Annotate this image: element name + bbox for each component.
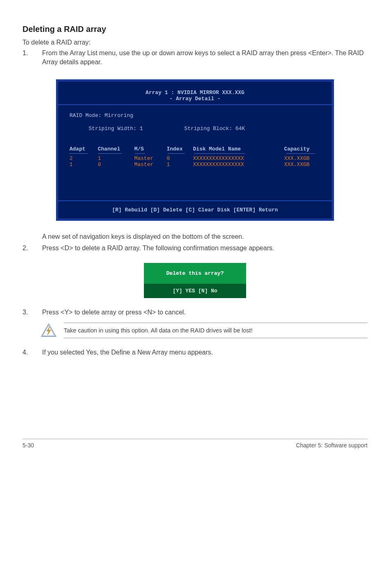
table-row: 1 0 Master 1 XXXXXXXXXXXXXXXX XXX.XXGB (69, 162, 321, 168)
col-channel: Channel (98, 146, 134, 152)
terminal-title-line1: Array 1 : NVIDIA MIRROR XXX.XXG (58, 90, 332, 96)
step-3-text: Press <Y> to delete array or press <N> t… (42, 308, 368, 317)
cell-ms: Master (134, 162, 166, 168)
striping-width: Striping Width: 1 (89, 126, 143, 132)
section-heading: Deleting a RAID array (22, 25, 368, 34)
confirm-dialog: Delete this array? [Y] YES [N] No (144, 263, 246, 298)
cell-channel: 1 (98, 155, 134, 162)
striping-block: Striping Block: 64K (184, 126, 245, 132)
col-ms: M/S (134, 146, 166, 152)
col-adapt: Adapt (69, 146, 98, 152)
terminal-footer: [R] Rebuild [D] Delete [C] Clear Disk [E… (58, 200, 332, 219)
cell-model: XXXXXXXXXXXXXXXX (193, 162, 284, 168)
navigation-note: A new set of navigation keys is displaye… (42, 232, 368, 241)
dialog-options: [Y] YES [N] No (144, 284, 246, 298)
step-2-text: Press <D> to delete a RAID array. The fo… (42, 244, 368, 253)
step-3-number: 3. (22, 308, 42, 317)
raid-mode-line: RAID Mode: Mirroring (69, 112, 321, 119)
cell-channel: 0 (98, 162, 134, 168)
dialog-question: Delete this array? (144, 263, 246, 284)
terminal-title: Array 1 : NVIDIA MIRROR XXX.XXG - Array … (58, 81, 332, 105)
step-2-number: 2. (22, 244, 42, 253)
lightning-warning-icon (41, 323, 56, 337)
cell-capacity: XXX.XXGB (284, 162, 321, 168)
table-row: 2 1 Master 0 XXXXXXXXXXXXXXXX XXX.XXGB (69, 155, 321, 162)
cell-capacity: XXX.XXGB (284, 155, 321, 162)
step-1: 1. From the Array List menu, use the up … (22, 49, 368, 67)
page-footer: 5-30 Chapter 5: Software support (22, 439, 368, 449)
terminal-body: RAID Mode: Mirroring Striping Width: 1 S… (58, 105, 332, 200)
step-4-text: If you selected Yes, the Define a New Ar… (42, 348, 368, 357)
step-1-number: 1. (22, 49, 42, 67)
col-index: Index (167, 146, 193, 152)
step-4-number: 4. (22, 348, 42, 357)
chapter-title: Chapter 5: Software support (296, 442, 368, 449)
page-number: 5-30 (22, 442, 34, 449)
cell-adapt: 2 (69, 155, 98, 162)
terminal-title-line2: - Array Detail - (58, 96, 332, 102)
col-capacity: Capacity (284, 146, 321, 152)
col-model: Disk Model Name (193, 146, 284, 152)
terminal-column-headers: Adapt Channel M/S Index Disk Model Name … (69, 146, 321, 152)
header-underline (69, 152, 321, 155)
cell-index: 1 (167, 162, 193, 168)
cell-model: XXXXXXXXXXXXXXXX (193, 155, 284, 162)
step-1-text: From the Array List menu, use the up or … (42, 49, 368, 67)
warning-note: Take caution in using this option. All d… (41, 323, 368, 338)
cell-adapt: 1 (69, 162, 98, 168)
terminal-panel: Array 1 : NVIDIA MIRROR XXX.XXG - Array … (56, 79, 334, 221)
cell-ms: Master (134, 155, 166, 162)
intro-text: To delete a RAID array: (22, 39, 368, 46)
striping-line: Striping Width: 1 Striping Block: 64K (69, 119, 321, 138)
cell-index: 0 (167, 155, 193, 162)
warning-text: Take caution in using this option. All d… (64, 323, 368, 338)
step-list: 1. From the Array List menu, use the up … (22, 49, 368, 67)
